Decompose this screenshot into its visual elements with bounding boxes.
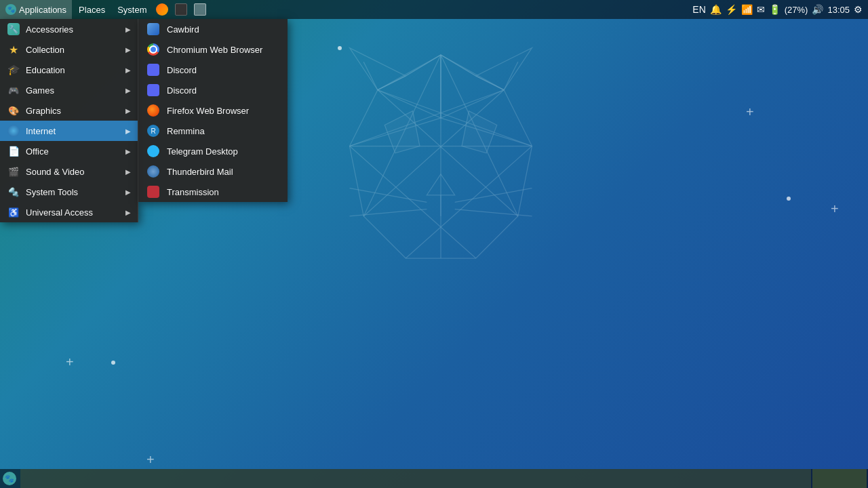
keyboard-lang-indicator[interactable]: EN bbox=[692, 4, 705, 15]
notifications-icon[interactable]: 🔔 bbox=[710, 4, 722, 15]
menu-item-education[interactable]: 🎓 Education ▶ bbox=[0, 60, 138, 80]
discord-icon-2 bbox=[146, 83, 160, 97]
collection-arrow: ▶ bbox=[125, 46, 131, 54]
submenu-item-cawbird[interactable]: Cawbird bbox=[138, 19, 288, 39]
screenshot-launcher[interactable] bbox=[191, 0, 209, 19]
submenu-item-remmina[interactable]: R Remmina bbox=[138, 121, 288, 141]
universal-access-icon: ♿ bbox=[7, 205, 20, 219]
desktop: + + + + 🐾 Applications Places System bbox=[0, 0, 868, 488]
discord-label-1: Discord bbox=[167, 65, 197, 75]
internet-label: Internet bbox=[26, 126, 125, 136]
settings-icon[interactable]: ⚙ bbox=[854, 4, 863, 15]
menu-item-internet[interactable]: Internet ▶ bbox=[0, 121, 138, 141]
office-label: Office bbox=[26, 146, 125, 157]
firefox-label: Firefox Web Browser bbox=[167, 106, 249, 116]
menu-item-universal-access[interactable]: ♿ Universal Access ▶ bbox=[0, 202, 138, 222]
collection-icon: ★ bbox=[7, 43, 20, 56]
cawbird-label: Cawbird bbox=[167, 24, 199, 35]
accessories-arrow: ▶ bbox=[125, 26, 131, 33]
sound-video-arrow: ▶ bbox=[125, 168, 131, 176]
education-icon: 🎓 bbox=[7, 63, 20, 77]
internet-submenu: Cawbird Chromium Web Browser Discord Dis… bbox=[138, 19, 288, 202]
bottom-desktop-switcher[interactable] bbox=[812, 469, 867, 488]
chromium-label: Chromium Web Browser bbox=[167, 45, 262, 55]
collection-label: Collection bbox=[26, 45, 125, 55]
office-icon: 📄 bbox=[7, 144, 20, 158]
menu-item-collection[interactable]: ★ Collection ▶ bbox=[0, 39, 138, 60]
firefox-icon bbox=[146, 104, 160, 117]
svg-marker-27 bbox=[378, 55, 441, 118]
cawbird-icon bbox=[146, 22, 160, 36]
firefox-launcher[interactable] bbox=[153, 0, 171, 19]
bottom-app-icon[interactable]: 🐾 bbox=[0, 469, 19, 488]
bottom-app-logo: 🐾 bbox=[3, 472, 16, 485]
places-menu-button[interactable]: Places bbox=[73, 0, 111, 19]
desktop-dot-3 bbox=[111, 361, 115, 365]
battery-percentage: (27%) bbox=[785, 5, 808, 15]
system-tools-label: System Tools bbox=[26, 187, 125, 197]
graphics-label: Graphics bbox=[26, 106, 125, 116]
bottom-right bbox=[812, 469, 868, 488]
education-arrow: ▶ bbox=[125, 66, 131, 74]
sound-video-icon: 🎬 bbox=[7, 165, 20, 178]
graphics-arrow: ▶ bbox=[125, 107, 131, 115]
submenu-item-chromium[interactable]: Chromium Web Browser bbox=[138, 39, 288, 60]
applications-label: Applications bbox=[19, 5, 66, 15]
telegram-icon bbox=[146, 144, 160, 158]
games-arrow: ▶ bbox=[125, 87, 131, 94]
submenu-item-discord-1[interactable]: Discord bbox=[138, 60, 288, 80]
menu-item-system-tools[interactable]: 🔩 System Tools ▶ bbox=[0, 182, 138, 202]
bottom-taskbar: 🐾 bbox=[0, 469, 868, 488]
desktop-plus-2: + bbox=[831, 202, 839, 216]
panel-right: EN 🔔 ⚡ 📶 ✉ 🔋 (27%) 🔊 13:05 ⚙ bbox=[692, 4, 868, 15]
svg-marker-2 bbox=[476, 48, 532, 90]
submenu-item-telegram[interactable]: Telegram Desktop bbox=[138, 141, 288, 161]
terminal-launcher[interactable] bbox=[172, 0, 190, 19]
desktop-dot-1 bbox=[338, 46, 342, 50]
top-panel: 🐾 Applications Places System EN 🔔 bbox=[0, 0, 868, 19]
volume-icon[interactable]: 🔊 bbox=[812, 4, 823, 15]
firefox-panel-icon bbox=[156, 3, 168, 16]
telegram-label: Telegram Desktop bbox=[167, 146, 238, 157]
universal-access-label: Universal Access bbox=[26, 207, 125, 218]
internet-arrow: ▶ bbox=[125, 127, 131, 135]
svg-marker-28 bbox=[441, 55, 504, 118]
thunderbird-label: Thunderbird Mail bbox=[167, 167, 233, 177]
desktop-dot-2 bbox=[787, 197, 791, 201]
desktop-plus-4: + bbox=[146, 453, 155, 466]
wifi-icon[interactable]: 📶 bbox=[741, 4, 753, 15]
svg-line-21 bbox=[455, 188, 532, 203]
svg-marker-1 bbox=[350, 48, 406, 90]
svg-line-22 bbox=[455, 209, 532, 216]
thunderbird-icon bbox=[146, 165, 160, 178]
menu-item-office[interactable]: 📄 Office ▶ bbox=[0, 141, 138, 161]
submenu-item-transmission[interactable]: Transmission bbox=[138, 182, 288, 202]
menu-item-games[interactable]: 🎮 Games ▶ bbox=[0, 80, 138, 100]
svg-line-4 bbox=[504, 62, 518, 89]
svg-line-19 bbox=[350, 188, 427, 203]
remmina-label: Remmina bbox=[167, 126, 205, 136]
education-label: Education bbox=[26, 65, 125, 75]
submenu-item-thunderbird[interactable]: Thunderbird Mail bbox=[138, 161, 288, 182]
applications-menu: 🔧 Accessories ▶ ★ Collection ▶ 🎓 Educati… bbox=[0, 19, 138, 222]
svg-line-3 bbox=[363, 62, 378, 89]
accessories-label: Accessories bbox=[26, 24, 125, 35]
universal-access-arrow: ▶ bbox=[125, 209, 131, 216]
system-menu-button[interactable]: System bbox=[112, 0, 152, 19]
menu-item-sound-video[interactable]: 🎬 Sound & Video ▶ bbox=[0, 161, 138, 182]
discord-icon-1 bbox=[146, 63, 160, 77]
bluetooth-icon[interactable]: ⚡ bbox=[726, 4, 737, 15]
menu-item-graphics[interactable]: 🎨 Graphics ▶ bbox=[0, 100, 138, 121]
taskbar-window-area bbox=[20, 469, 811, 488]
terminal-panel-icon bbox=[175, 3, 187, 16]
submenu-item-firefox[interactable]: Firefox Web Browser bbox=[138, 100, 288, 121]
graphics-icon: 🎨 bbox=[7, 104, 20, 117]
submenu-item-discord-2[interactable]: Discord bbox=[138, 80, 288, 100]
svg-marker-15 bbox=[384, 111, 420, 153]
mail-icon[interactable]: ✉ bbox=[757, 4, 765, 15]
svg-marker-16 bbox=[462, 111, 497, 153]
menu-item-accessories[interactable]: 🔧 Accessories ▶ bbox=[0, 19, 138, 39]
applications-menu-button[interactable]: 🐾 Applications bbox=[0, 0, 72, 19]
system-label: System bbox=[117, 5, 146, 15]
discord-label-2: Discord bbox=[167, 85, 197, 96]
